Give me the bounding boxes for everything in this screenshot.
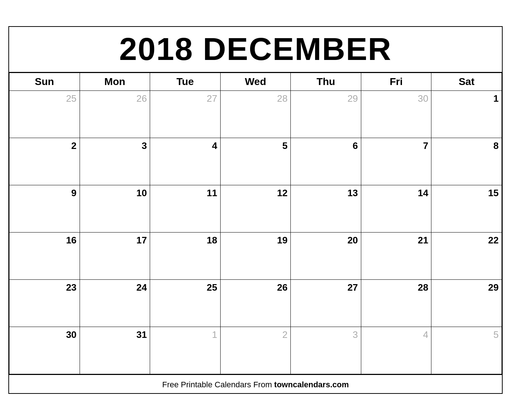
calendar-day: 5	[431, 327, 502, 374]
calendar-day: 31	[80, 327, 150, 374]
calendar-day: 20	[291, 233, 361, 280]
week-row-4: 23242526272829	[9, 280, 502, 327]
calendar-day: 27	[291, 280, 361, 327]
day-header-fri: Fri	[361, 73, 431, 91]
calendar-day: 30	[361, 91, 431, 138]
day-header-tue: Tue	[150, 73, 221, 91]
day-header-sat: Sat	[431, 73, 502, 91]
calendar-day: 29	[431, 280, 502, 327]
calendar-day: 1	[431, 91, 502, 138]
day-header-thu: Thu	[291, 73, 361, 91]
calendar-day: 4	[150, 138, 221, 185]
calendar-day: 25	[150, 280, 221, 327]
week-row-0: 2526272829301	[9, 91, 502, 138]
calendar-day: 2	[220, 327, 291, 374]
calendar-day: 8	[431, 138, 502, 185]
calendar-day: 5	[220, 138, 291, 185]
calendar-day: 30	[9, 327, 80, 374]
calendar-day: 9	[9, 185, 80, 233]
calendar-day: 4	[361, 327, 431, 374]
week-row-2: 9101112131415	[9, 185, 502, 233]
calendar-day: 24	[80, 280, 150, 327]
calendar-day: 28	[361, 280, 431, 327]
calendar-day: 10	[80, 185, 150, 233]
calendar-grid: SunMonTueWedThuFriSat 252627282930123456…	[9, 73, 502, 374]
calendar-day: 3	[291, 327, 361, 374]
calendar-day: 7	[361, 138, 431, 185]
calendar-day: 26	[220, 280, 291, 327]
calendar-day: 26	[80, 91, 150, 138]
calendar-day: 29	[291, 91, 361, 138]
calendar-day: 21	[361, 233, 431, 280]
calendar-day: 12	[220, 185, 291, 233]
calendar-day: 17	[80, 233, 150, 280]
calendar-day: 14	[361, 185, 431, 233]
calendar-day: 27	[150, 91, 221, 138]
footer-text-bold: towncalendars.com	[274, 380, 349, 389]
week-row-1: 2345678	[9, 138, 502, 185]
calendar-day: 3	[80, 138, 150, 185]
day-header-mon: Mon	[80, 73, 150, 91]
calendar-day: 1	[150, 327, 221, 374]
calendar-day: 16	[9, 233, 80, 280]
calendar-day: 13	[291, 185, 361, 233]
week-row-3: 16171819202122	[9, 233, 502, 280]
calendar-day: 22	[431, 233, 502, 280]
calendar-title: 2018 DECEMBER	[9, 27, 502, 73]
calendar-day: 6	[291, 138, 361, 185]
calendar-day: 18	[150, 233, 221, 280]
calendar-year: 2018	[119, 31, 193, 67]
calendar-month: DECEMBER	[203, 31, 392, 67]
calendar-day: 23	[9, 280, 80, 327]
calendar-day: 28	[220, 91, 291, 138]
calendar-day: 2	[9, 138, 80, 185]
calendar-day: 19	[220, 233, 291, 280]
day-header-wed: Wed	[220, 73, 291, 91]
week-row-5: 303112345	[9, 327, 502, 374]
calendar-day: 15	[431, 185, 502, 233]
calendar-container: 2018 DECEMBER SunMonTueWedThuFriSat 2526…	[8, 26, 503, 394]
footer-text-normal: Free Printable Calendars From	[162, 380, 274, 389]
day-header-sun: Sun	[9, 73, 80, 91]
calendar-day: 11	[150, 185, 221, 233]
footer: Free Printable Calendars From towncalend…	[9, 374, 502, 393]
calendar-day: 25	[9, 91, 80, 138]
day-headers-row: SunMonTueWedThuFriSat	[9, 73, 502, 91]
